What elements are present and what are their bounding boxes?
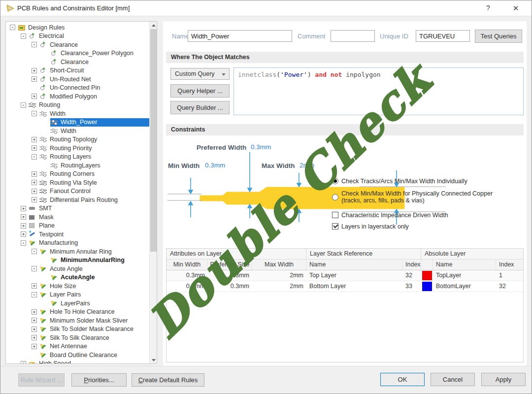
expander-icon[interactable] xyxy=(32,189,37,194)
max-width-value[interactable]: 2mm xyxy=(299,162,314,169)
comment-input[interactable] xyxy=(331,30,375,42)
unique-id-input[interactable] xyxy=(416,30,470,42)
tree-item-routing-via-style[interactable]: Routing Via Style xyxy=(6,178,149,187)
expander-icon[interactable] xyxy=(32,180,37,185)
tree-item-short-circuit[interactable]: Short-Circuit xyxy=(6,66,149,75)
tree-item-width-rule[interactable]: Width xyxy=(6,127,149,135)
tree-item-board-outline-clearance[interactable]: Board Outline Clearance xyxy=(6,351,149,360)
rule-name-input[interactable] xyxy=(188,30,292,42)
max-width-cell[interactable]: 2mm xyxy=(252,270,306,281)
apply-button[interactable]: Apply xyxy=(481,373,526,386)
tree-item-fanout-control[interactable]: Fanout Control xyxy=(6,187,149,196)
expander-icon[interactable] xyxy=(32,309,37,315)
ref-layer-index-cell[interactable]: 33 xyxy=(402,281,421,292)
checkbox-impedance-driven[interactable]: Characteristic Impedance Driven Width xyxy=(332,212,448,219)
tree-item-high-speed[interactable]: High Speed xyxy=(6,360,149,364)
expander-icon[interactable] xyxy=(32,111,37,116)
preferred-size-cell[interactable]: 0.3mm xyxy=(208,270,252,281)
scrollbar-thumb[interactable] xyxy=(150,29,157,252)
ref-layer-name-cell[interactable]: Bottom Layer xyxy=(306,281,402,292)
tree-item-electrical[interactable]: Electrical xyxy=(6,32,149,41)
tree-item-routinglayers[interactable]: RoutingLayers xyxy=(6,161,149,170)
expander-icon[interactable] xyxy=(32,68,37,73)
tree-scrollbar[interactable] xyxy=(149,22,157,363)
tree-item-mask[interactable]: Mask xyxy=(6,213,149,222)
tree-item-routing[interactable]: Routing xyxy=(6,101,149,110)
checkbox-unchecked-icon[interactable] xyxy=(332,212,338,218)
query-editor[interactable]: innetclass('Power') and not inpolygon xyxy=(233,67,524,115)
min-width-value[interactable]: 0.3mm xyxy=(205,162,225,169)
tree-item-testpoint[interactable]: Testpoint xyxy=(6,230,149,239)
expander-icon[interactable] xyxy=(32,318,37,323)
tree-item-clearance-rule[interactable]: Clearance xyxy=(6,58,149,66)
tree-item-hole-to-hole-clearance[interactable]: Hole To Hole Clearance xyxy=(6,308,149,317)
expander-icon[interactable] xyxy=(32,249,37,254)
help-button[interactable]: ? xyxy=(479,2,497,14)
tree-item-acute-angle[interactable]: Acute Angle xyxy=(6,264,149,273)
cancel-button[interactable]: Cancel xyxy=(431,373,475,386)
checkbox-layers-in-layerstack[interactable]: Layers in layerstack only xyxy=(332,223,409,230)
expander-icon[interactable] xyxy=(32,137,37,142)
query-helper-button[interactable]: Query Helper ... xyxy=(170,84,230,98)
tree-item-layer-pairs[interactable]: Layer Pairs xyxy=(6,291,149,299)
abs-layer-index-cell[interactable]: 1 xyxy=(496,270,523,281)
radio-off-icon[interactable] xyxy=(332,194,338,200)
tree-item-design-rules[interactable]: Design Rules xyxy=(6,23,149,32)
expander-icon[interactable] xyxy=(32,335,37,340)
ref-layer-index-cell[interactable]: 32 xyxy=(402,270,421,281)
tree-item-smt[interactable]: SMT xyxy=(6,204,149,213)
tree-item-silk-to-solder-mask-clearance[interactable]: Silk To Solder Mask Clearance xyxy=(6,325,149,334)
expander-icon[interactable] xyxy=(32,154,37,160)
tree-item-acuteangle[interactable]: AcuteAngle xyxy=(6,273,149,282)
close-button[interactable]: ✕ xyxy=(507,2,525,14)
tree-item-minimum-solder-mask-sliver[interactable]: Minimum Solder Mask Sliver xyxy=(6,316,149,325)
radio-on-icon[interactable] xyxy=(332,178,338,184)
expander-icon[interactable] xyxy=(32,145,37,151)
tree-item-un-connected-pin[interactable]: Un-Connected Pin xyxy=(6,84,149,93)
expander-icon[interactable] xyxy=(10,25,15,30)
min-width-cell[interactable]: 0.3mm xyxy=(166,281,208,292)
test-queries-button[interactable]: Test Queries xyxy=(475,30,522,43)
tree-item-modified-polygon[interactable]: Modified Polygon xyxy=(6,92,149,101)
preferred-size-cell[interactable]: 0.3mm xyxy=(208,281,252,292)
expander-icon[interactable] xyxy=(21,231,26,237)
tree-item-manufacturing[interactable]: Manufacturing xyxy=(6,239,149,248)
checkbox-checked-icon[interactable] xyxy=(332,223,338,230)
tree-item-routing-priority[interactable]: Routing Priority xyxy=(6,144,149,153)
tree-item-minimumannularring[interactable]: MinimumAnnularRing xyxy=(6,256,149,265)
tree-item-un-routed-net[interactable]: Un-Routed Net xyxy=(6,75,149,84)
query-builder-button[interactable]: Query Builder ... xyxy=(170,101,230,114)
radio-check-individually[interactable]: Check Tracks/Arcs Min/Max Width Individu… xyxy=(332,178,467,185)
tree-item-clearance[interactable]: Clearance xyxy=(6,40,149,49)
ref-layer-name-cell[interactable]: Top Layer xyxy=(306,270,402,281)
tree-item-routing-layers[interactable]: Routing Layers xyxy=(6,153,149,162)
expander-icon[interactable] xyxy=(32,76,37,82)
tree-item-differential-pairs-routing[interactable]: Differential Pairs Routing xyxy=(6,196,149,204)
tree-item-hole-size[interactable]: Hole Size xyxy=(6,282,149,291)
tree-item-routing-corners[interactable]: Routing Corners xyxy=(6,170,149,179)
expander-icon[interactable] xyxy=(32,344,37,349)
abs-layer-index-cell[interactable]: 32 xyxy=(496,281,523,292)
tree-item-net-antennae[interactable]: Net Antennae xyxy=(6,342,149,351)
expander-icon[interactable] xyxy=(21,102,26,108)
tree-item-layerpairs[interactable]: LayerPairs xyxy=(6,299,149,308)
expander-icon[interactable] xyxy=(32,327,37,332)
expander-icon[interactable] xyxy=(32,94,37,99)
abs-layer-name-cell[interactable]: BottomLayer xyxy=(433,281,496,292)
ok-button[interactable]: OK xyxy=(380,373,425,386)
expander-icon[interactable] xyxy=(21,240,26,246)
scope-dropdown[interactable]: Custom Query xyxy=(170,68,230,80)
scroll-up-icon[interactable] xyxy=(150,22,157,29)
tree-item-plane[interactable]: Plane xyxy=(6,222,149,230)
expander-icon[interactable] xyxy=(32,266,37,271)
expander-icon[interactable] xyxy=(21,206,26,211)
tree-item-silk-to-silk-clearance[interactable]: Silk To Silk Clearance xyxy=(6,333,149,342)
tree-item-routing-topology[interactable]: Routing Topology xyxy=(6,135,149,144)
radio-check-connected-copper[interactable]: Check Min/Max Width for Physically Conne… xyxy=(332,190,519,204)
preferred-width-value[interactable]: 0.3mm xyxy=(251,143,271,151)
expander-icon[interactable] xyxy=(21,214,26,220)
tree-item-minimum-annular-ring[interactable]: Minimum Annular Ring xyxy=(6,247,149,256)
tree-item-clearance-power-polygon[interactable]: Clearance_Power Polygon xyxy=(6,49,149,58)
expander-icon[interactable] xyxy=(32,283,37,289)
scroll-down-icon[interactable] xyxy=(150,357,157,363)
